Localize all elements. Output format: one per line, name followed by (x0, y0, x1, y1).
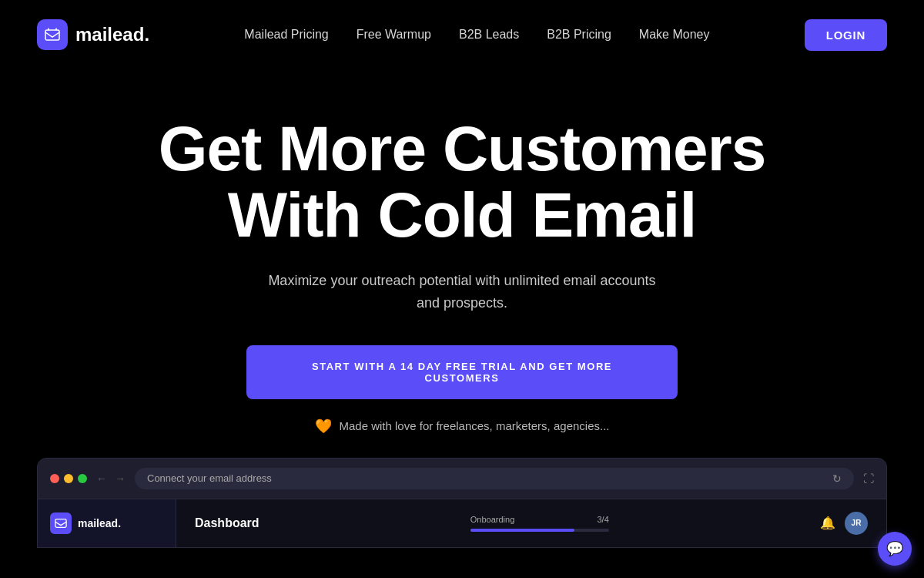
onboarding-header: Onboarding 3/4 (470, 515, 609, 524)
logo-icon (37, 19, 68, 50)
nav-make-money[interactable]: Make Money (639, 28, 710, 42)
onboarding-section: Onboarding 3/4 (470, 515, 609, 532)
browser-logo-icon (50, 512, 72, 534)
hero-subtitle: Maximize your outreach potential with un… (262, 270, 662, 314)
expand-icon[interactable]: ⛶ (863, 472, 874, 485)
love-text: Made with love for freelances, marketers… (340, 419, 610, 432)
notification-bell-icon[interactable]: 🔔 (820, 516, 835, 530)
dot-red[interactable] (50, 474, 59, 483)
cta-button[interactable]: START WITH A 14 DAY FREE TRIAL AND GET M… (246, 345, 678, 399)
progress-fill (470, 529, 574, 532)
browser-nav-buttons: ← → (96, 472, 126, 485)
brand-name: mailead. (75, 24, 149, 45)
dot-yellow[interactable] (64, 474, 73, 483)
address-text: Connect your email address (147, 472, 272, 484)
hero-title: Get More Customers With Cold Email (159, 116, 766, 248)
nav-b2b-pricing[interactable]: B2B Pricing (547, 28, 611, 42)
forward-arrow-icon[interactable]: → (115, 472, 126, 485)
hero-section: Get More Customers With Cold Email Maxim… (0, 69, 924, 435)
browser-logo: mailead. (50, 512, 121, 534)
progress-bar (470, 529, 609, 532)
browser-dots (50, 474, 87, 483)
browser-content: mailead. Dashboard Onboarding 3/4 🔔 JR (38, 499, 886, 547)
chat-bubble-button[interactable]: 💬 (878, 532, 912, 566)
back-arrow-icon[interactable]: ← (96, 472, 107, 485)
user-avatar[interactable]: JR (845, 512, 868, 535)
browser-brand-name: mailead. (78, 517, 121, 529)
nav-b2b-leads[interactable]: B2B Leads (459, 28, 519, 42)
browser-main: Dashboard Onboarding 3/4 🔔 JR (176, 499, 886, 547)
hero-title-line1: Get More Customers (159, 113, 766, 183)
login-button[interactable]: LOGIN (805, 19, 887, 51)
onboarding-label: Onboarding (470, 515, 515, 524)
browser-bar: ← → Connect your email address ↻ ⛶ (38, 459, 886, 499)
love-line: 🧡 Made with love for freelances, markete… (315, 418, 610, 435)
svg-rect-0 (45, 30, 59, 40)
nav-mailead-pricing[interactable]: Mailead Pricing (244, 28, 328, 42)
nav-free-warmup[interactable]: Free Warmup (357, 28, 431, 42)
browser-sidebar: mailead. (38, 499, 176, 547)
browser-mockup: ← → Connect your email address ↻ ⛶ maile… (37, 458, 887, 548)
dot-green[interactable] (78, 474, 87, 483)
reload-icon[interactable]: ↻ (832, 472, 842, 485)
hero-title-line2: With Cold Email (228, 180, 696, 250)
chat-icon: 💬 (886, 540, 903, 557)
dashboard-title: Dashboard (195, 516, 259, 530)
onboarding-count: 3/4 (597, 515, 608, 524)
heart-icon: 🧡 (315, 418, 332, 435)
logo[interactable]: mailead. (37, 19, 149, 50)
browser-actions: 🔔 JR (820, 512, 868, 535)
navbar: mailead. Mailead Pricing Free Warmup B2B… (0, 0, 924, 69)
nav-links: Mailead Pricing Free Warmup B2B Leads B2… (244, 28, 709, 42)
browser-address-bar[interactable]: Connect your email address ↻ (135, 468, 854, 489)
